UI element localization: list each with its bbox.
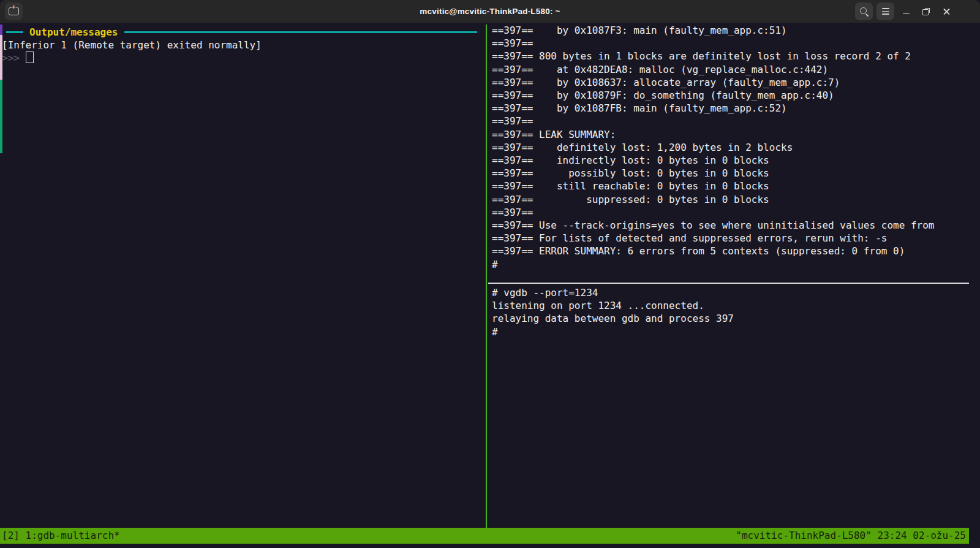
terminal-line: ==397== by 0x1087F3: main (faulty_mem_ap… bbox=[492, 24, 971, 37]
vertical-pane-divider[interactable] bbox=[486, 25, 487, 528]
valgrind-lines: ==397== by 0x1087F3: main (faulty_mem_ap… bbox=[492, 24, 971, 271]
terminal-line: # bbox=[492, 325, 971, 338]
vgdb-shell-pane[interactable]: # vgdb --port=1234listening on port 1234… bbox=[488, 286, 971, 338]
search-button[interactable] bbox=[855, 2, 873, 20]
terminal-line: ==397== suppressed: 0 bytes in 0 blocks bbox=[492, 193, 971, 206]
text-cursor bbox=[26, 51, 34, 63]
terminal-line: ==397== indirectly lost: 0 bytes in 0 bl… bbox=[492, 154, 971, 167]
tui-border-rule bbox=[124, 31, 478, 33]
terminal-line: ==397== ERROR SUMMARY: 6 errors from 5 c… bbox=[492, 245, 971, 257]
menu-icon bbox=[882, 8, 889, 15]
valgrind-output-pane[interactable]: ==397== by 0x1087F3: main (faulty_mem_ap… bbox=[488, 23, 971, 271]
close-icon bbox=[943, 7, 951, 15]
search-icon bbox=[859, 7, 869, 17]
terminal-line: ==397== Use --track-origins=yes to see w… bbox=[492, 219, 971, 232]
minimize-button[interactable] bbox=[899, 0, 913, 23]
terminal-line: ==397== by 0x108637: allocate_array (fau… bbox=[492, 76, 971, 89]
tui-border-dash bbox=[6, 31, 23, 33]
minimize-icon bbox=[903, 13, 910, 15]
terminal-line: ==397== LEAK SUMMARY: bbox=[492, 128, 971, 141]
header-bar: mcvitic@mcvitic-ThinkPad-L580: ~ bbox=[0, 0, 980, 23]
gdb-output-lines: [Inferior 1 (Remote target) exited norma… bbox=[2, 39, 485, 51]
new-tab-icon bbox=[9, 7, 19, 15]
edge-strip-green-segment bbox=[0, 80, 2, 153]
terminal-line: ==397== bbox=[492, 206, 971, 219]
restore-icon bbox=[922, 8, 930, 15]
terminal-line: # vgdb --port=1234 bbox=[492, 286, 971, 299]
gdb-prompt: >>> bbox=[2, 52, 20, 64]
horizontal-pane-divider[interactable] bbox=[488, 283, 969, 284]
terminal-line: ==397== possibly lost: 0 bytes in 0 bloc… bbox=[492, 167, 971, 180]
tmux-session-window-label: [2] 1:gdb-multiarch* bbox=[0, 529, 120, 542]
terminal-line: ==397== bbox=[492, 115, 971, 127]
terminal-window: mcvitic@mcvitic-ThinkPad-L580: ~ bbox=[0, 0, 980, 548]
terminal-line: listening on port 1234 ...connected. bbox=[492, 299, 971, 312]
terminal-line: ==397== at 0x482DEA8: malloc (vg_replace… bbox=[492, 63, 971, 76]
gdb-output-pane[interactable]: Output/messages [Inferior 1 (Remote targ… bbox=[0, 23, 485, 64]
terminal-content[interactable]: Output/messages [Inferior 1 (Remote targ… bbox=[0, 23, 980, 548]
close-button[interactable] bbox=[940, 0, 953, 23]
terminal-line: # bbox=[492, 258, 971, 271]
restore-button[interactable] bbox=[919, 0, 933, 23]
menu-button[interactable] bbox=[876, 2, 894, 20]
new-tab-button[interactable] bbox=[5, 2, 23, 20]
terminal-line: ==397== For lists of detected and suppre… bbox=[492, 232, 971, 245]
terminal-line: ==397== by 0x10879F: do_something (fault… bbox=[492, 89, 971, 102]
vgdb-lines: # vgdb --port=1234listening on port 1234… bbox=[492, 286, 971, 338]
terminal-line: ==397== by 0x1087FB: main (faulty_mem_ap… bbox=[492, 102, 971, 115]
terminal-line: relaying data between gdb and process 39… bbox=[492, 312, 971, 325]
terminal-line: ==397== 800 bytes in 1 blocks are defini… bbox=[492, 50, 971, 63]
terminal-line: [Inferior 1 (Remote target) exited norma… bbox=[2, 39, 485, 51]
terminal-line: ==397== definitely lost: 1,200 bytes in … bbox=[492, 141, 971, 154]
tui-section-header: Output/messages bbox=[2, 26, 477, 39]
terminal-line: ==397== bbox=[492, 37, 971, 50]
window-title: mcvitic@mcvitic-ThinkPad-L580: ~ bbox=[0, 0, 980, 23]
terminal-line: ==397== still reachable: 0 bytes in 0 bl… bbox=[492, 180, 971, 192]
tmux-status-bar[interactable]: [2] 1:gdb-multiarch* "mcvitic-ThinkPad-L… bbox=[0, 528, 969, 544]
tui-section-title: Output/messages bbox=[23, 26, 124, 39]
tmux-hostname-clock: "mcvitic-ThinkPad-L580" 23:24 02-ožu-25 bbox=[736, 529, 969, 542]
gdb-prompt-row[interactable]: >>> bbox=[2, 51, 485, 64]
